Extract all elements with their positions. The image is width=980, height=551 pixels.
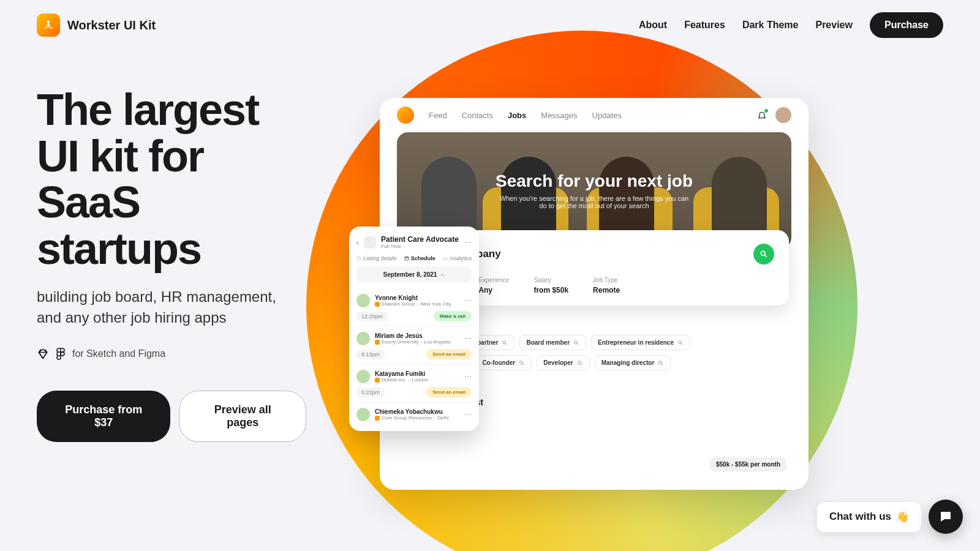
mock-nav: Feed Contacts Jobs Messages Updates — [429, 111, 622, 120]
company-logo-icon — [375, 378, 380, 383]
chat-widget: Chat with us 👋 — [817, 500, 963, 534]
item-more-icon[interactable]: ⋯ — [464, 372, 472, 381]
chat-icon — [938, 509, 953, 524]
filter-salary[interactable]: Salaryfrom $50k — [533, 277, 568, 294]
sketch-icon — [37, 348, 49, 360]
contact-meta: Emory University•Los Angeles — [375, 339, 451, 345]
mock-hero-subtitle: When you're searching for a job, there a… — [496, 195, 692, 209]
mobile-subtitle: Full-Time — [381, 244, 459, 249]
contact-name: Yvonne Knight — [375, 294, 451, 301]
item-action-button[interactable]: Send an email — [426, 349, 472, 359]
search-chip[interactable]: Entrepreneur in residence — [591, 335, 690, 350]
schedule-item[interactable]: Miriam de Jesús Emory University•Los Ang… — [356, 327, 472, 365]
search-icon — [577, 360, 583, 366]
search-icon — [502, 340, 508, 346]
schedule-item[interactable]: Yvonne Knight Eliassen Group•New York Ci… — [356, 289, 472, 327]
contact-name: Chiemeka Yobachukwu — [375, 408, 448, 415]
schedule-item[interactable]: Chiemeka Yobachukwu Core Group Resources… — [356, 403, 472, 426]
contact-name: Katayama Fumiki — [375, 370, 428, 377]
item-more-icon[interactable]: ⋯ — [464, 334, 472, 343]
filter-experience[interactable]: ExperienceAny — [478, 277, 509, 294]
search-icon — [519, 360, 525, 366]
svg-rect-12 — [405, 257, 409, 260]
search-chip[interactable]: Board member — [519, 335, 586, 350]
avatar — [356, 332, 370, 345]
schedule-item[interactable]: Katayama Fumiki Dribble Inc.•London ⋯ 5:… — [356, 365, 472, 403]
more-icon[interactable]: ⋯ — [464, 238, 472, 247]
search-chip[interactable]: Developer — [537, 355, 589, 370]
tools-line: for Sketch and Figma — [37, 348, 306, 360]
company-logo-icon — [375, 416, 380, 421]
mock-nav-contacts[interactable]: Contacts — [462, 111, 493, 120]
date-picker[interactable]: September 8, 2021 — [356, 266, 472, 283]
svg-point-1 — [61, 352, 64, 356]
back-icon[interactable]: ‹ — [356, 238, 359, 247]
preview-pages-button[interactable]: Preview all pages — [179, 391, 306, 442]
nav-purchase-button[interactable]: Purchase — [870, 12, 943, 38]
figma-icon — [56, 348, 65, 360]
item-time: 12:20pm — [356, 312, 388, 321]
tab-schedule[interactable]: Schedule — [404, 255, 435, 261]
brand-logo-icon — [37, 13, 60, 37]
svg-point-0 — [47, 21, 50, 24]
company-logo-icon — [375, 340, 380, 345]
svg-point-10 — [659, 361, 662, 364]
tab-listing[interactable]: Listing details — [356, 255, 397, 261]
tools-label: for Sketch and Figma — [72, 348, 165, 359]
nav-preview[interactable]: Preview — [815, 20, 852, 31]
svg-point-9 — [578, 361, 581, 364]
mock-mobile-card: ‹ Patient Care Advocate Full-Time ⋯ List… — [349, 227, 479, 431]
item-more-icon[interactable]: ⋯ — [464, 410, 472, 419]
mock-hero-title: Search for your next job — [496, 171, 693, 191]
schedule-list: Yvonne Knight Eliassen Group•New York Ci… — [356, 289, 472, 426]
chat-button[interactable] — [929, 500, 963, 534]
job-icon — [364, 236, 376, 249]
search-icon — [573, 340, 579, 346]
mock-topbar: Feed Contacts Jobs Messages Updates — [380, 98, 809, 132]
mock-nav-feed[interactable]: Feed — [429, 111, 447, 120]
cta-row: Purchase from $37 Preview all pages — [37, 391, 306, 442]
svg-point-6 — [679, 340, 682, 343]
search-chip[interactable]: Managing director — [595, 355, 671, 370]
chat-pill[interactable]: Chat with us 👋 — [817, 502, 921, 532]
search-chip[interactable]: Co-founder — [475, 355, 532, 370]
item-time: 5:22pm — [356, 388, 385, 397]
contact-name: Miriam de Jesús — [375, 332, 451, 339]
bell-icon[interactable] — [757, 110, 767, 120]
search-icon — [658, 360, 664, 366]
filter-job-type[interactable]: Job TypeRemote — [593, 277, 620, 294]
hero-subtitle: building job board, HR management, and a… — [37, 287, 294, 328]
tab-analytics[interactable]: Analytics — [443, 255, 472, 261]
wave-emoji-icon: 👋 — [896, 511, 909, 523]
mock-nav-messages[interactable]: Messages — [541, 111, 577, 120]
nav-features[interactable]: Features — [684, 20, 725, 31]
nav-dark-theme[interactable]: Dark Theme — [742, 20, 799, 31]
hero-title: The largest UI kit for SaaS startups — [37, 87, 306, 272]
svg-point-8 — [520, 361, 523, 364]
item-more-icon[interactable]: ⋯ — [464, 296, 472, 305]
mock-search-button[interactable] — [753, 244, 774, 264]
svg-point-5 — [575, 340, 578, 343]
purchase-button[interactable]: Purchase from $37 — [37, 391, 170, 442]
item-action-button[interactable]: Make a call — [434, 311, 472, 321]
job-salary-badge: $50k - $55k per month — [710, 457, 786, 471]
mobile-tabs: Listing details Schedule Analytics — [356, 255, 472, 261]
top-nav: About Features Dark Theme Preview Purcha… — [639, 12, 943, 38]
contact-meta: Dribble Inc.•London — [375, 377, 428, 383]
notification-dot-icon — [764, 109, 768, 113]
site-header: Workster UI Kit About Features Dark Them… — [0, 0, 980, 50]
hero-section: The largest UI kit for SaaS startups bui… — [0, 50, 343, 479]
mock-nav-jobs[interactable]: Jobs — [508, 111, 526, 120]
search-icon — [677, 340, 684, 346]
nav-about[interactable]: About — [639, 20, 667, 31]
mock-nav-updates[interactable]: Updates — [592, 111, 622, 120]
item-action-button[interactable]: Send an email — [426, 387, 472, 397]
user-avatar[interactable] — [775, 107, 791, 123]
company-logo-icon — [375, 302, 380, 307]
brand[interactable]: Workster UI Kit — [37, 13, 156, 37]
brand-name: Workster UI Kit — [67, 18, 156, 32]
mobile-title: Patient Care Advocate — [381, 235, 459, 244]
chat-label: Chat with us — [829, 511, 891, 523]
avatar — [356, 294, 370, 307]
avatar — [356, 408, 370, 421]
